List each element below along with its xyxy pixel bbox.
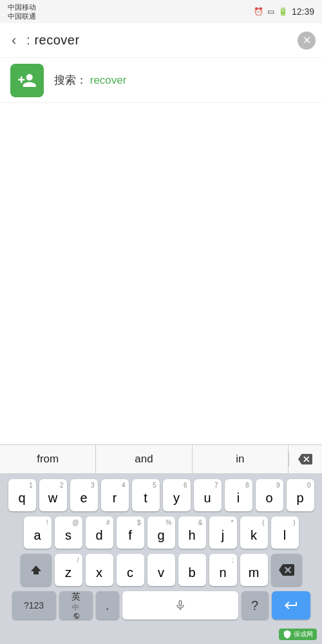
key-i[interactable]: 8i [225, 479, 252, 511]
search-keyword-text: recover [87, 74, 126, 86]
key-row-3: /z x c v b ;n m [3, 554, 319, 586]
key-o[interactable]: 9o [256, 479, 283, 511]
status-icons: ⏰ ▭ 🔋 12:39 [254, 6, 314, 17]
shift-icon [28, 562, 44, 578]
key-n[interactable]: ;n [209, 554, 237, 586]
time-display: 12:39 [292, 6, 314, 17]
key-row-1: 1q 2w 3e 4r 5t 6y 7u 8i 9o 0p [3, 479, 319, 511]
key-w[interactable]: 2w [39, 479, 67, 511]
suggestion-and[interactable]: and [96, 445, 192, 473]
space-key[interactable] [122, 591, 238, 620]
enter-key[interactable] [272, 591, 310, 620]
search-bar: ‹ : recover ✕ [0, 23, 322, 58]
status-bar: 中国移动 中国联通 ⏰ ▭ 🔋 12:39 [0, 0, 322, 23]
shift-key[interactable] [21, 554, 52, 586]
backspace-key[interactable] [271, 554, 302, 586]
search-input[interactable]: : recover [26, 33, 79, 48]
search-prefix: 搜索： [54, 74, 87, 86]
key-m[interactable]: m [240, 554, 268, 586]
search-result-label: 搜索： recover [54, 73, 126, 88]
key-x[interactable]: x [86, 554, 113, 586]
keyboard-container: from and in 1q 2w 3e 4r 5t 6y 7u 8i 9o 0… [0, 444, 322, 644]
dot-key[interactable]: . [96, 591, 119, 620]
key-row-2: !a @s #d $f %g &h *j (k )l [3, 516, 319, 549]
num-switch-label: ?123 [24, 600, 44, 611]
lang-switch-key[interactable]: 英 中 [59, 591, 93, 620]
carrier2-label: 中国联通 [8, 12, 36, 21]
key-s[interactable]: @s [55, 516, 82, 549]
back-button[interactable]: ‹ [6, 30, 21, 52]
colon-prefix: : [26, 33, 34, 47]
search-contact-icon [10, 64, 44, 97]
lang-label: 英 [71, 591, 80, 603]
carrier1-label: 中国移动 [8, 3, 36, 12]
backspace-icon [279, 562, 294, 578]
battery-icon: 🔋 [278, 7, 288, 16]
search-result-item[interactable]: 搜索： recover [0, 58, 322, 103]
key-g[interactable]: %g [147, 516, 175, 549]
key-q[interactable]: 1q [8, 479, 36, 511]
enter-icon [283, 598, 299, 613]
key-d[interactable]: #d [86, 516, 113, 549]
clear-button[interactable]: ✕ [298, 32, 316, 50]
bottom-bar: 保成网 [0, 625, 322, 644]
suggestion-delete-button[interactable] [289, 452, 322, 466]
key-k[interactable]: (k [240, 516, 268, 549]
screen-icon: ▭ [267, 7, 274, 16]
key-l[interactable]: )l [271, 516, 299, 549]
lang-label-zh: 中 [72, 603, 79, 612]
search-input-wrapper[interactable]: : recover [26, 33, 292, 48]
person-add-icon [17, 71, 37, 90]
globe-icon [72, 612, 81, 620]
key-a[interactable]: !a [24, 516, 52, 549]
key-v[interactable]: v [147, 554, 175, 586]
num-switch-key[interactable]: ?123 [12, 591, 56, 620]
content-area [0, 103, 322, 409]
key-f[interactable]: $f [117, 516, 144, 549]
key-j[interactable]: *j [209, 516, 237, 549]
key-r[interactable]: 4r [101, 479, 129, 511]
key-b[interactable]: b [178, 554, 206, 586]
dot-label: . [106, 598, 109, 613]
question-key[interactable]: ? [242, 591, 269, 620]
suggestion-in[interactable]: in [193, 445, 289, 473]
mic-icon [174, 599, 187, 612]
key-y[interactable]: 6y [163, 479, 191, 511]
key-row-func: ?123 英 中 . ? [3, 591, 319, 620]
question-label: ? [251, 598, 258, 613]
keyboard: 1q 2w 3e 4r 5t 6y 7u 8i 9o 0p !a @s #d $… [0, 474, 322, 625]
key-h[interactable]: &h [178, 516, 206, 549]
key-c[interactable]: c [117, 554, 144, 586]
search-term-text: recover [34, 33, 79, 47]
alarm-icon: ⏰ [254, 7, 263, 16]
key-p[interactable]: 0p [287, 479, 314, 511]
clear-icon: ✕ [303, 35, 311, 46]
suggestion-from[interactable]: from [0, 445, 96, 473]
key-e[interactable]: 3e [70, 479, 98, 511]
key-u[interactable]: 7u [194, 479, 222, 511]
word-suggestions-bar: from and in [0, 444, 322, 474]
watermark: 保成网 [279, 629, 317, 640]
shield-icon [283, 630, 292, 639]
key-t[interactable]: 5t [132, 479, 160, 511]
watermark-text: 保成网 [294, 630, 313, 639]
key-z[interactable]: /z [55, 554, 82, 586]
carrier-info: 中国移动 中国联通 [8, 3, 36, 21]
delete-word-icon [298, 452, 312, 466]
